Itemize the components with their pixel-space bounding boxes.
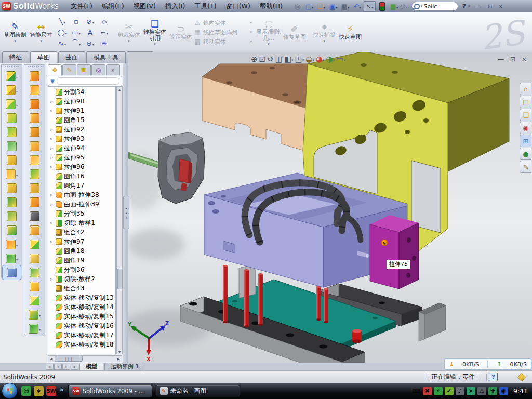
toolbar-overflow-label[interactable]: 少.. bbox=[400, 3, 409, 10]
scrollbar-thumb[interactable]: ❙❙❙ bbox=[55, 356, 83, 362]
move-entities-button[interactable]: ▩移动实体▾ bbox=[194, 38, 252, 46]
feature-tree-item[interactable]: 圆角16 bbox=[48, 171, 115, 181]
search-box[interactable]: ▾ bbox=[411, 2, 458, 11]
linear-sketch-pattern-button[interactable]: ▦线性草图阵列▾ bbox=[194, 29, 252, 36]
expand-arrow-icon[interactable] bbox=[49, 99, 54, 104]
menu-help[interactable]: 帮助(H) bbox=[255, 1, 287, 12]
tree-filter-bar[interactable]: ▼ bbox=[48, 76, 122, 86]
expand-arrow-icon[interactable] bbox=[49, 276, 54, 282]
expand-arrow-icon[interactable] bbox=[49, 136, 54, 141]
quick-launch-chevron-icon[interactable]: » bbox=[60, 386, 64, 393]
feature-tree-item[interactable]: 拉伸92 bbox=[48, 125, 115, 134]
quick-snaps-button[interactable]: ⌖ 快速捕捉 ▾ bbox=[311, 21, 337, 44]
taskbar-window-solidworks[interactable]: SW SolidWorks 2009 - ... bbox=[68, 385, 152, 397]
tab-scroll-last-button[interactable]: » bbox=[71, 364, 78, 370]
keyboard-tray-icon[interactable]: ⌨ bbox=[412, 387, 421, 395]
tab-scroll-prev-button[interactable]: ‹ bbox=[54, 364, 62, 370]
expand-arrow-icon[interactable] bbox=[49, 108, 54, 113]
feature-tree-item[interactable]: 圆角19 bbox=[48, 256, 115, 265]
panel-splitter[interactable]: ◂◂◂ bbox=[123, 63, 128, 363]
feature-tree-item[interactable]: 分割35 bbox=[48, 209, 115, 218]
expand-arrow-icon[interactable] bbox=[49, 192, 54, 197]
feature-tree-item[interactable]: 圆角18 bbox=[48, 246, 115, 256]
menu-view[interactable]: 视图(V) bbox=[129, 1, 161, 12]
expand-arrow-icon[interactable] bbox=[49, 155, 54, 160]
menu-insert[interactable]: 插入(I) bbox=[161, 1, 190, 12]
rapid-sketch-button[interactable]: ⚡ 快速草图 bbox=[337, 23, 363, 42]
scroll-down-icon[interactable]: ▼ bbox=[117, 349, 122, 354]
scroll-up-icon[interactable]: ▲ bbox=[117, 87, 122, 92]
feature-tree-item[interactable]: 切除-放样2 bbox=[48, 274, 115, 284]
feature-tree-item[interactable]: 拉伸94 bbox=[48, 143, 115, 153]
guard-tray-icon[interactable]: ⚡ bbox=[434, 387, 443, 395]
network-warning-tray-icon[interactable]: ⚠ bbox=[477, 387, 486, 395]
smart-dimension-button[interactable]: ↔ 智能尺寸 ▾ bbox=[28, 21, 54, 44]
feature-tree-item[interactable]: 拉伸97 bbox=[48, 237, 115, 246]
feature-tree-item[interactable]: 组合42 bbox=[48, 228, 115, 237]
expand-arrow-icon[interactable] bbox=[49, 164, 54, 169]
feature-tree-item[interactable]: 实体-移动/复制17 bbox=[48, 330, 115, 340]
expand-arrow-icon[interactable] bbox=[49, 220, 54, 225]
tab-mold-tools[interactable]: 模具工具 bbox=[86, 51, 126, 63]
feature-tree-item[interactable]: 曲面-拉伸38 bbox=[48, 190, 115, 200]
window-minimize-button[interactable]: — bbox=[474, 3, 484, 10]
solidworks-quicklaunch-icon[interactable]: SW bbox=[46, 386, 56, 396]
feature-tree-item[interactable]: 拉伸93 bbox=[48, 134, 115, 143]
update-tray-icon[interactable]: ✔ bbox=[445, 387, 454, 395]
security-quicklaunch-icon[interactable]: ❖ bbox=[34, 386, 44, 396]
expand-arrow-icon[interactable] bbox=[49, 239, 54, 244]
expand-arrow-icon[interactable] bbox=[49, 127, 54, 132]
start-button[interactable] bbox=[2, 383, 18, 399]
feature-tree-item[interactable]: 拉伸95 bbox=[48, 153, 115, 162]
feature-tree-item[interactable]: 圆角17 bbox=[48, 181, 115, 190]
repair-sketch-button[interactable]: ✐ 修复草图 bbox=[282, 23, 308, 42]
doc-close-button[interactable]: × bbox=[522, 56, 527, 63]
sync-tray-icon[interactable]: ➤ bbox=[467, 387, 475, 395]
graphics-viewport[interactable]: Y Z X ⊕⊡↺◫◧◰◒◕◑▭ —⊡× ⌂▤❏◉⊞●✎ 拉伸75 bbox=[128, 52, 532, 363]
tab-scroll-first-button[interactable]: « bbox=[46, 364, 54, 370]
feature-tree-item[interactable]: 实体-移动/复制18 bbox=[48, 340, 115, 349]
filter-input[interactable] bbox=[57, 77, 119, 85]
feature-tree-item[interactable]: 实体-移动/复制15 bbox=[48, 312, 115, 321]
tree-vertical-scrollbar[interactable]: ▲ ▼ bbox=[116, 86, 123, 354]
feature-tree-item[interactable]: 拉伸91 bbox=[48, 106, 115, 115]
menu-window[interactable]: 窗口(W) bbox=[221, 1, 255, 12]
expand-arrow-icon[interactable] bbox=[49, 145, 54, 151]
menu-file[interactable]: 文件(F) bbox=[66, 1, 97, 12]
taskbar-window-paint[interactable]: ✎ 未命名 - 画图 bbox=[156, 385, 240, 397]
feature-tree-item[interactable]: 拉伸96 bbox=[48, 162, 115, 171]
feature-tree-item[interactable]: 圆角15 bbox=[48, 115, 115, 125]
feature-tree-item[interactable]: 实体-移动/复制14 bbox=[48, 302, 115, 312]
splitter-handle[interactable]: ◂◂◂ bbox=[123, 196, 129, 229]
3d-model-view[interactable]: Y Z X bbox=[128, 52, 532, 363]
trim-entities-button[interactable]: ✂ 剪裁实体 ▾ bbox=[116, 21, 142, 44]
display-delete-relations-button[interactable]: ◌ 显示/删除几... ▾ bbox=[256, 18, 282, 47]
scroll-right-icon[interactable]: ▶ bbox=[115, 357, 122, 361]
search-input[interactable] bbox=[423, 3, 449, 10]
tab-surfaces[interactable]: 曲面 bbox=[58, 51, 85, 63]
doc-tab-model[interactable]: 模型 bbox=[79, 363, 103, 370]
tab-scroll-next-button[interactable]: › bbox=[62, 364, 70, 370]
feature-tree-item[interactable]: 切除-放样1 bbox=[48, 218, 115, 228]
download-tray-icon[interactable]: ◉ bbox=[499, 387, 508, 395]
help-button[interactable]: ? bbox=[460, 3, 468, 10]
feature-tree-item[interactable]: 分割36 bbox=[48, 265, 115, 274]
offset-entities-button[interactable]: ⊃ 等距实体 bbox=[168, 23, 194, 42]
feature-tree-item[interactable]: 拉伸90 bbox=[48, 97, 115, 106]
sketch-caret-icon[interactable]: ▾ bbox=[14, 39, 16, 43]
tag-icon[interactable] bbox=[517, 373, 526, 381]
antivirus-tray-icon[interactable]: ✖ bbox=[423, 387, 432, 395]
expand-arrow-icon[interactable] bbox=[49, 202, 54, 207]
menu-tools[interactable]: 工具(T) bbox=[190, 1, 221, 12]
feature-tree-item[interactable]: 组合43 bbox=[48, 284, 115, 293]
tree-horizontal-scrollbar[interactable]: ◀ ❙❙❙ ▶ bbox=[48, 355, 122, 362]
window-restore-button[interactable]: ⊡ bbox=[485, 3, 495, 10]
defender-tray-icon[interactable]: ✚ bbox=[488, 387, 497, 395]
menu-edit[interactable]: 编辑(E) bbox=[97, 1, 129, 12]
feature-tree-item[interactable]: 分割34 bbox=[48, 87, 115, 97]
mirror-entities-button[interactable]: ⚠镜向实体▾ bbox=[194, 19, 252, 27]
tab-features[interactable]: 特征 bbox=[2, 51, 29, 63]
volume-tray-icon[interactable]: ♪ bbox=[456, 387, 464, 395]
part-cam-block[interactable] bbox=[370, 215, 419, 289]
smart-dimension-caret-icon[interactable]: ▾ bbox=[40, 39, 42, 43]
